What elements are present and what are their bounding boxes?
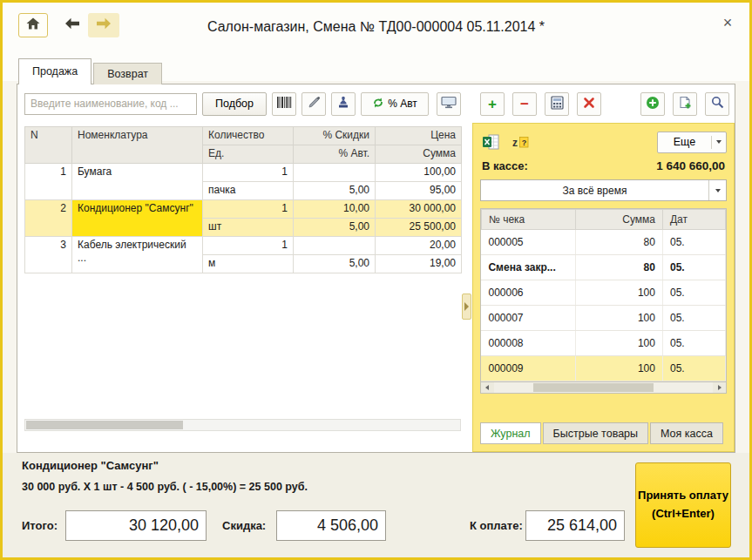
cell-name[interactable]: Кондиционер "Самсунг" [72, 200, 203, 237]
col-header-auto[interactable]: % Авт. [294, 145, 376, 164]
scrollbar-thumb[interactable] [533, 383, 654, 392]
scrollbar-thumb[interactable] [26, 421, 183, 429]
col-header-n[interactable]: N [25, 127, 72, 164]
panel-tab[interactable]: Моя касса [650, 422, 723, 444]
combo-dropdown-button[interactable] [708, 180, 726, 200]
cell-discount[interactable] [294, 164, 376, 182]
cell-unit[interactable]: м [203, 255, 294, 273]
panel-tab[interactable]: Журнал [480, 422, 541, 444]
cell-n[interactable]: 2 [25, 200, 72, 237]
col-header-sum[interactable]: Сумма [376, 145, 462, 164]
discount-value-field[interactable]: 4 506,00 [276, 510, 386, 541]
scrollbar-track[interactable] [494, 382, 713, 393]
cell-name[interactable]: Кабель электрический ... [72, 237, 203, 273]
cell-sum[interactable]: 19,00 [376, 255, 462, 273]
receipt-date[interactable]: 05. [662, 356, 725, 381]
terminal-button[interactable] [437, 92, 461, 116]
receipt-sum[interactable]: 100 [575, 331, 662, 356]
receipt-row[interactable]: 00000810005. [481, 331, 725, 356]
col-header-unit[interactable]: Ед. [203, 145, 294, 164]
podbor-button[interactable]: Подбор [202, 92, 267, 116]
items-row[interactable]: 3Кабель электрический ...120,00 [25, 237, 462, 255]
receipt-number[interactable]: 000006 [481, 280, 575, 306]
stamp-button[interactable] [331, 92, 356, 116]
receipt-number[interactable]: Смена закр... [481, 255, 575, 280]
scroll-left-button[interactable] [481, 382, 494, 393]
receipt-sum[interactable]: 80 [575, 255, 662, 280]
cell-unit[interactable]: пачка [203, 182, 294, 200]
receipt-sum[interactable]: 100 [575, 280, 662, 306]
accept-payment-button[interactable]: Принять оплату (Ctrl+Enter) [635, 462, 731, 548]
receipt-sum[interactable]: 80 [575, 230, 662, 255]
edit-price-button[interactable] [301, 92, 326, 116]
panel-tab[interactable]: Быстрые товары [543, 422, 648, 444]
receipts-horizontal-scrollbar[interactable] [480, 381, 727, 394]
receipt-row[interactable]: 00000610005. [481, 280, 725, 306]
cell-auto[interactable]: 5,00 [294, 182, 376, 200]
receipt-date[interactable]: 05. [662, 230, 725, 255]
calculator-button[interactable] [545, 92, 569, 116]
col-header-name[interactable]: Номенклатура [72, 127, 203, 164]
search-input[interactable] [24, 93, 197, 115]
barcode-button[interactable] [272, 92, 296, 116]
receipt-number[interactable]: 000005 [481, 230, 575, 255]
cell-price[interactable]: 100,00 [376, 164, 462, 182]
main-tab[interactable]: Возврат [93, 63, 162, 84]
receipt-date[interactable]: 05. [662, 331, 725, 356]
cell-discount[interactable]: 10,00 [294, 200, 376, 219]
col-header-qty[interactable]: Количество [203, 127, 294, 145]
cell-sum[interactable]: 25 500,00 [376, 219, 462, 237]
back-button[interactable] [57, 13, 88, 37]
col-header-discount[interactable]: % Скидки [294, 127, 376, 145]
cell-qty[interactable]: 1 [203, 237, 294, 255]
cell-sum[interactable]: 95,00 [376, 182, 462, 200]
splitter-collapse-button[interactable] [462, 293, 471, 320]
auto-discount-button[interactable]: % Авт [361, 92, 429, 116]
due-value-field[interactable]: 25 614,00 [525, 510, 625, 541]
receipt-row[interactable]: 00000910005. [481, 356, 725, 381]
receipt-date[interactable]: 05. [662, 280, 725, 306]
receipt-date[interactable]: 05. [662, 255, 725, 280]
remove-row-button[interactable]: − [512, 92, 537, 116]
items-row[interactable]: 1Бумага1100,00 [25, 164, 462, 182]
cell-price[interactable]: 20,00 [376, 237, 462, 255]
cell-qty[interactable]: 1 [203, 200, 294, 219]
receipt-number[interactable]: 000007 [481, 306, 575, 331]
home-button[interactable] [18, 13, 48, 37]
scroll-right-button[interactable] [713, 382, 726, 393]
receipt-number[interactable]: 000008 [481, 331, 575, 356]
cell-discount[interactable] [294, 237, 376, 255]
receipt-col-number[interactable]: № чека [481, 210, 575, 230]
cell-n[interactable]: 1 [25, 164, 72, 200]
delete-button[interactable] [577, 92, 601, 116]
cell-auto[interactable]: 5,00 [294, 219, 376, 237]
receipt-row[interactable]: Смена закр...8005. [481, 255, 725, 280]
forward-button[interactable] [88, 13, 119, 37]
receipt-number[interactable]: 000009 [481, 356, 575, 381]
excel-icon[interactable] [480, 132, 501, 152]
cell-n[interactable]: 3 [25, 237, 72, 273]
new-document-button[interactable] [673, 92, 697, 116]
receipt-col-date[interactable]: Дат [662, 210, 725, 230]
cell-unit[interactable]: шт [203, 219, 294, 237]
receipt-date[interactable]: 05. [662, 306, 725, 331]
period-filter-select[interactable]: За всё время [480, 179, 727, 201]
add-item-button[interactable] [640, 92, 665, 116]
receipt-sum[interactable]: 100 [575, 356, 662, 381]
cell-price[interactable]: 30 000,00 [376, 200, 462, 219]
cell-auto[interactable]: 5,00 [294, 255, 376, 273]
close-icon[interactable]: × [718, 14, 737, 32]
receipt-col-sum[interactable]: Сумма [575, 210, 662, 230]
main-tab[interactable]: Продажа [18, 58, 91, 84]
search-button[interactable] [705, 92, 729, 116]
cell-qty[interactable]: 1 [203, 164, 294, 182]
items-horizontal-scrollbar[interactable] [24, 419, 461, 431]
receipt-sum[interactable]: 100 [575, 306, 662, 331]
receipt-row[interactable]: 00000710005. [481, 306, 725, 331]
add-row-button[interactable]: + [480, 92, 505, 116]
items-row[interactable]: 2Кондиционер "Самсунг"110,0030 000,00 [25, 200, 462, 219]
more-button[interactable]: Еще [657, 132, 727, 153]
total-value-field[interactable]: 30 120,00 [65, 510, 207, 541]
cell-name[interactable]: Бумага [72, 164, 203, 200]
sort-icon[interactable]: z? [510, 132, 531, 152]
